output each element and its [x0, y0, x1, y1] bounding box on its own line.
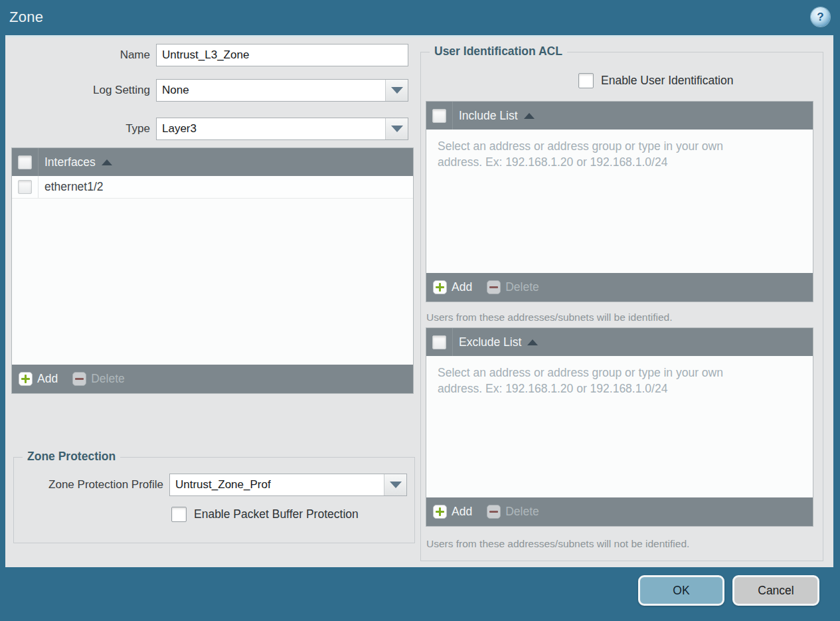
zone-protection-legend: Zone Protection	[23, 450, 120, 464]
packet-buffer-row: Enable Packet Buffer Protection	[171, 507, 359, 522]
log-setting-row: Log Setting None	[5, 79, 408, 102]
exclude-list-column-header[interactable]: Exclude List	[453, 335, 538, 349]
zone-protection-profile-row: Zone Protection Profile Untrust_Zone_Pro…	[14, 474, 407, 496]
log-setting-select[interactable]: None	[156, 79, 408, 102]
row-checkbox[interactable]	[18, 180, 32, 194]
table-row[interactable]: ethernet1/2	[12, 176, 413, 199]
delete-button[interactable]: Delete	[487, 280, 539, 294]
interfaces-table-toolbar: Add Delete	[12, 365, 413, 393]
ok-button[interactable]: OK	[638, 575, 724, 606]
sort-asc-icon	[524, 113, 535, 119]
zone-protection-profile-label: Zone Protection Profile	[14, 478, 169, 491]
packet-buffer-checkbox[interactable]	[171, 507, 187, 522]
interface-name: ethernet1/2	[39, 180, 104, 194]
type-dropdown-button[interactable]	[385, 118, 408, 139]
interfaces-table-header: Interfaces	[12, 148, 413, 176]
window-title: Zone	[9, 0, 43, 35]
user-identification-group: User Identification ACL Enable User Iden…	[420, 52, 823, 561]
zone-protection-group: Zone Protection Zone Protection Profile …	[13, 457, 415, 543]
interfaces-column-header[interactable]: Interfaces	[39, 155, 112, 169]
interfaces-table-body: ethernet1/2	[12, 176, 413, 365]
chevron-down-icon	[390, 482, 402, 488]
exclude-list-caption: Users from these addresses/subnets will …	[426, 538, 689, 550]
include-list-toolbar: Add Delete	[426, 273, 813, 302]
type-label: Type	[5, 122, 156, 135]
zone-protection-profile-select[interactable]: Untrust_Zone_Prof	[169, 474, 407, 496]
delete-button[interactable]: Delete	[72, 372, 125, 386]
zone-protection-profile-dropdown-button[interactable]	[384, 474, 406, 495]
exclude-list-table: Exclude List Select an address or addres…	[426, 327, 813, 527]
include-list-placeholder: Select an address or address group or ty…	[426, 130, 772, 179]
sort-asc-icon	[102, 159, 112, 165]
sort-asc-icon	[527, 339, 538, 345]
include-list-table: Include List Select an address or addres…	[426, 101, 813, 302]
log-setting-dropdown-button[interactable]	[385, 80, 408, 101]
titlebar: Zone ?	[0, 0, 840, 35]
delete-button[interactable]: Delete	[487, 505, 539, 519]
type-row: Type Layer3	[5, 118, 408, 140]
plus-icon	[433, 505, 447, 519]
minus-icon	[72, 372, 86, 386]
add-button[interactable]: Add	[433, 505, 472, 519]
include-list-column-header[interactable]: Include List	[453, 109, 535, 123]
chevron-down-icon	[391, 87, 403, 94]
enable-user-identification-label: Enable User Identification	[601, 74, 733, 88]
include-list-caption: Users from these addresses/subnets will …	[426, 311, 672, 323]
include-list-header: Include List	[426, 102, 813, 130]
name-row: Name	[5, 44, 408, 66]
add-button[interactable]: Add	[19, 372, 58, 386]
add-button[interactable]: Add	[433, 280, 472, 294]
zone-dialog: Name Log Setting None Type Layer3 In	[5, 35, 833, 567]
minus-icon	[487, 280, 501, 294]
log-setting-label: Log Setting	[5, 84, 156, 97]
packet-buffer-label: Enable Packet Buffer Protection	[194, 507, 359, 521]
chevron-down-icon	[391, 126, 403, 132]
plus-icon	[19, 372, 33, 386]
include-select-all-checkbox[interactable]	[432, 109, 446, 123]
type-select[interactable]: Layer3	[156, 118, 408, 140]
enable-user-identification-row: Enable User Identification	[578, 73, 733, 88]
enable-user-identification-checkbox[interactable]	[578, 73, 594, 88]
plus-icon	[433, 280, 447, 294]
exclude-list-body[interactable]: Select an address or address group or ty…	[426, 356, 813, 497]
user-identification-legend: User Identification ACL	[430, 44, 567, 58]
minus-icon	[487, 505, 501, 519]
log-setting-value: None	[157, 80, 385, 101]
exclude-list-toolbar: Add Delete	[426, 497, 813, 526]
interfaces-select-all-checkbox[interactable]	[18, 155, 32, 169]
include-list-body[interactable]: Select an address or address group or ty…	[426, 130, 813, 273]
type-value: Layer3	[157, 118, 385, 139]
name-label: Name	[5, 48, 156, 62]
help-icon[interactable]: ?	[811, 7, 830, 27]
exclude-select-all-checkbox[interactable]	[432, 335, 446, 349]
exclude-list-header: Exclude List	[426, 328, 813, 356]
exclude-list-placeholder: Select an address or address group or ty…	[426, 356, 772, 405]
zone-protection-profile-value: Untrust_Zone_Prof	[170, 474, 384, 495]
cancel-button[interactable]: Cancel	[732, 575, 819, 606]
interfaces-table: Interfaces ethernet1/2 Add Delete	[11, 147, 414, 394]
name-input[interactable]	[156, 44, 408, 66]
